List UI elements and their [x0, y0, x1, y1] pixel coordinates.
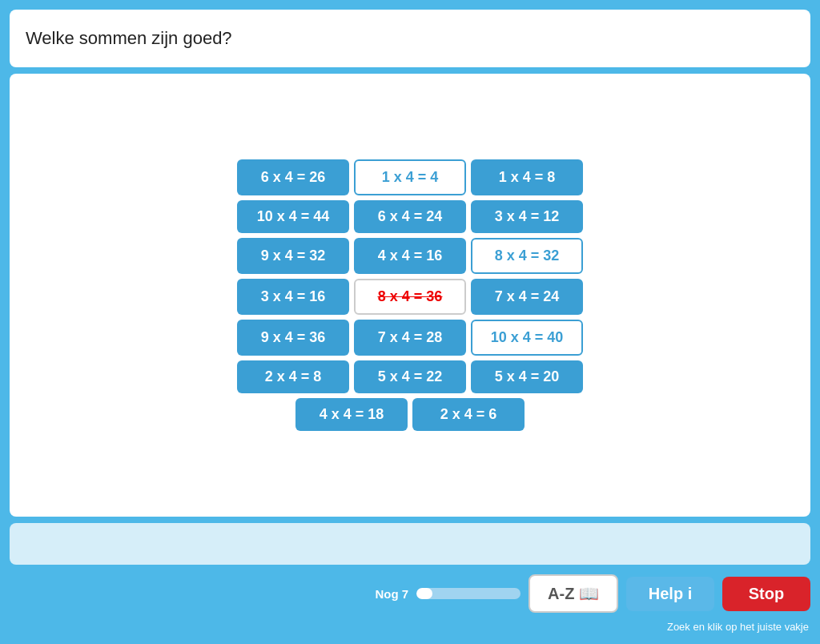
bottom-bar: Nog 7 A-Z 📖 Help i Stop — [10, 571, 810, 614]
tile-1-1[interactable]: 6 x 4 = 24 — [354, 200, 466, 233]
tile-0-1[interactable]: 1 x 4 = 4 — [354, 159, 466, 195]
tile-5-2[interactable]: 5 x 4 = 20 — [471, 360, 583, 393]
tile-4-1[interactable]: 7 x 4 = 28 — [354, 320, 466, 356]
hint-text: Zoek en klik op het juiste vakje — [10, 621, 810, 634]
question-text: Welke sommen zijn goed? — [26, 28, 232, 49]
tile-row-5: 2 x 4 = 85 x 4 = 225 x 4 = 20 — [237, 360, 583, 393]
tiles-container: 6 x 4 = 261 x 4 = 41 x 4 = 810 x 4 = 446… — [237, 159, 583, 431]
progress-bar — [416, 588, 521, 599]
stop-button[interactable]: Stop — [722, 577, 810, 611]
tile-row-4: 9 x 4 = 367 x 4 = 2810 x 4 = 40 — [237, 320, 583, 356]
tile-5-1[interactable]: 5 x 4 = 22 — [354, 360, 466, 393]
tile-3-1[interactable]: 8 x 4 = 36 — [354, 279, 466, 315]
tile-2-0[interactable]: 9 x 4 = 32 — [237, 238, 349, 274]
main-area: 6 x 4 = 261 x 4 = 41 x 4 = 810 x 4 = 446… — [10, 74, 810, 517]
tile-4-0[interactable]: 9 x 4 = 36 — [237, 320, 349, 356]
progress-bar-fill — [416, 588, 432, 599]
tile-2-1[interactable]: 4 x 4 = 16 — [354, 238, 466, 274]
tile-6-1[interactable]: 2 x 4 = 6 — [412, 398, 525, 431]
question-box: Welke sommen zijn goed? — [10, 10, 810, 67]
tile-row-6: 4 x 4 = 182 x 4 = 6 — [295, 398, 525, 431]
help-button[interactable]: Help i — [626, 577, 714, 611]
tile-3-0[interactable]: 3 x 4 = 16 — [237, 279, 349, 315]
tile-row-1: 10 x 4 = 446 x 4 = 243 x 4 = 12 — [237, 200, 583, 233]
nog-label: Nog 7 — [375, 587, 408, 601]
answer-area — [10, 523, 810, 565]
az-button[interactable]: A-Z 📖 — [529, 574, 618, 613]
tile-row-2: 9 x 4 = 324 x 4 = 168 x 4 = 32 — [237, 238, 583, 274]
tile-2-2[interactable]: 8 x 4 = 32 — [471, 238, 583, 274]
tile-5-0[interactable]: 2 x 4 = 8 — [237, 360, 349, 393]
tile-4-2[interactable]: 10 x 4 = 40 — [471, 320, 583, 356]
tile-0-0[interactable]: 6 x 4 = 26 — [237, 159, 349, 195]
tile-1-0[interactable]: 10 x 4 = 44 — [237, 200, 349, 233]
tile-0-2[interactable]: 1 x 4 = 8 — [471, 159, 583, 195]
tile-row-0: 6 x 4 = 261 x 4 = 41 x 4 = 8 — [237, 159, 583, 195]
tile-row-3: 3 x 4 = 168 x 4 = 367 x 4 = 24 — [237, 279, 583, 315]
tile-3-2[interactable]: 7 x 4 = 24 — [471, 279, 583, 315]
tile-1-2[interactable]: 3 x 4 = 12 — [471, 200, 583, 233]
tile-6-0[interactable]: 4 x 4 = 18 — [295, 398, 408, 431]
